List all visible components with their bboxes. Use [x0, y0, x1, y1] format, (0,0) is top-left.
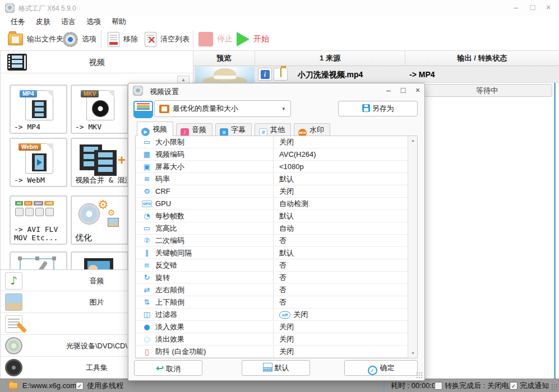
setting-value[interactable]: 关闭 [273, 136, 408, 148]
setting-row[interactable]: ●淡入效果关闭 [136, 321, 408, 333]
tile-video-merge[interactable]: + 视频合并 & 混流 [71, 138, 128, 187]
tile-to-mkv[interactable]: MKV -> MKV [71, 85, 128, 134]
setting-row[interactable]: ▦视频编码AVC(H264) [136, 148, 408, 161]
notify-label: 完成通知 [520, 379, 549, 392]
setting-value[interactable]: 自动检测 [273, 198, 408, 210]
tab-subtitle[interactable]: ≡字幕 [215, 123, 252, 136]
clear-list-icon: ✕ [145, 32, 156, 47]
minimize-icon[interactable]: – [507, 0, 524, 16]
setting-value[interactable]: 否 [273, 272, 408, 284]
setting-value[interactable]: 默认 [273, 173, 408, 185]
menu-item[interactable]: 选项 [86, 16, 101, 28]
tile-caption: 优化 [75, 234, 92, 242]
setting-value[interactable]: 关闭 [273, 346, 408, 358]
tile-to-avi-flv-mov[interactable]: AVI FLV MOV VOB -> AVI FLV MOV Etc... [10, 195, 67, 245]
setting-row[interactable]: ‖关键帧间隔默认 [136, 247, 408, 259]
shutdown-label: 转换完成后 : 关闭电脑 [445, 379, 516, 392]
tab-watermark[interactable]: NEW水印 [294, 123, 330, 136]
tile-to-mp4[interactable]: MP4 -> MP4 [10, 85, 67, 134]
setting-row[interactable]: ⚙CRF关闭 [136, 185, 408, 198]
start-button[interactable]: 开始 [237, 29, 269, 49]
setting-value[interactable]: 关闭 [273, 333, 408, 346]
setting-value[interactable]: 默认 [273, 247, 408, 259]
setting-row[interactable]: ◔每秒帧数默认 [136, 210, 408, 222]
cancel-button[interactable]: ↩取消 [134, 360, 202, 376]
resize-grip[interactable] [551, 384, 558, 390]
tile-to-webm[interactable]: Webm -> WebM [10, 138, 67, 187]
setting-label: 淡出效果 [155, 333, 184, 346]
dialog-maximize-icon[interactable]: □ [396, 85, 410, 97]
save-as-button[interactable]: 另存为 [338, 101, 418, 116]
setting-value[interactable]: 关闭 [273, 321, 408, 333]
shutdown-checkbox[interactable] [435, 382, 442, 390]
setting-value[interactable]: off关闭 [273, 309, 408, 321]
keyframe-interval-icon: ‖ [141, 247, 153, 259]
setting-label: 过滤器 [155, 309, 177, 321]
dialog-minimize-icon[interactable]: – [382, 85, 395, 97]
setting-value[interactable]: 关闭 [273, 185, 408, 198]
setting-value[interactable]: 否 [273, 235, 408, 247]
video-category-header[interactable]: 视频 [1, 51, 193, 73]
setting-row[interactable]: ⇅上下颠倒否 [136, 296, 408, 309]
resize-grip[interactable] [416, 372, 423, 379]
menu-item[interactable]: 帮助 [112, 16, 126, 28]
options-button[interactable]: 选项 [63, 29, 96, 49]
tile-partial-player[interactable] [71, 251, 128, 269]
setting-row[interactable]: ②二次编码否 [136, 235, 408, 247]
tile-partial-crop[interactable] [10, 251, 67, 269]
setting-value[interactable]: 否 [273, 284, 408, 296]
menu-item[interactable]: 皮肤 [36, 16, 50, 28]
setting-value-text: 默认 [279, 175, 294, 183]
bitrate-icon: ≋ [141, 173, 153, 185]
column-header-preview[interactable]: 预览 [193, 51, 255, 66]
setting-row[interactable]: ⇄左右颠倒否 [136, 284, 408, 296]
remove-button[interactable]: 移除 [108, 29, 138, 49]
setting-value[interactable]: 自动 [273, 222, 408, 235]
clear-list-button[interactable]: ✕ 清空列表 [145, 29, 190, 49]
setting-row[interactable]: ▭大小限制关闭 [136, 136, 408, 148]
folder-icon [8, 382, 18, 389]
notify-checkbox[interactable]: ✓ [510, 382, 518, 390]
maximize-icon[interactable]: □ [524, 0, 541, 16]
multithread-checkbox[interactable]: ✓ [76, 382, 84, 390]
tab-video[interactable]: ▶视频 [137, 122, 173, 136]
close-icon[interactable]: × [540, 0, 557, 16]
tab-audio[interactable]: ♪音频 [176, 123, 212, 136]
setting-value[interactable]: 否 [273, 296, 408, 309]
setting-row[interactable]: ▭宽高比自动 [136, 222, 408, 235]
setting-row[interactable]: GPUGPU自动检测 [136, 198, 408, 210]
setting-value[interactable]: <1080p [273, 161, 408, 173]
setting-value-text: AVC(H264) [279, 150, 316, 158]
default-button[interactable]: DEFAULT默认 [242, 360, 310, 376]
scroll-down-icon[interactable]: ▼ [409, 349, 417, 357]
setting-label: 每秒帧数 [155, 210, 184, 222]
setting-row[interactable]: ▣屏幕大小<1080p [136, 161, 408, 173]
table-row[interactable]: i 小刀洗澡视频.mp4 -> MP4 [193, 66, 559, 83]
setting-row[interactable]: ◫过滤器off关闭 [136, 309, 408, 321]
setting-value[interactable]: AVC(H264) [273, 148, 408, 161]
scrollbar[interactable]: ▲ ▼ [408, 136, 417, 358]
setting-row[interactable]: ↻旋转否 [136, 272, 408, 284]
setting-row[interactable]: ○淡出效果关闭 [136, 333, 408, 346]
menu-item[interactable]: 任务 [11, 16, 25, 28]
dialog-close-icon[interactable]: × [411, 85, 424, 97]
ok-button[interactable]: ✓确定 [344, 360, 418, 376]
menu-item[interactable]: 语言 [61, 16, 76, 28]
setting-row[interactable]: ▯防抖 (白金功能)关闭 [136, 346, 408, 358]
setting-row[interactable]: ≋码率默认 [136, 173, 408, 185]
column-header-source[interactable]: 1 来源 [255, 51, 405, 66]
setting-row[interactable]: ≡反交错否 [136, 259, 408, 272]
handle [35, 256, 39, 260]
stop-button[interactable]: 停止 [198, 29, 233, 49]
output-folder-button[interactable]: 输出文件夹 [8, 29, 63, 49]
preset-dropdown[interactable]: 最优化的质量和大小 ▾ [154, 100, 291, 117]
preset-value: 最优化的质量和大小 [173, 101, 238, 116]
output-path[interactable]: E:\www.x6g.com [22, 379, 76, 392]
setting-value[interactable]: 默认 [273, 210, 408, 222]
tile-optimize[interactable]: ⚙ ⚙ 优化 [71, 195, 128, 245]
setting-value-text: 否 [279, 273, 287, 282]
setting-value[interactable]: 否 [273, 259, 408, 272]
column-header-output[interactable]: 输出 / 转换状态 [405, 51, 559, 66]
tab-other[interactable]: ⇵其他 [255, 123, 291, 136]
scroll-up-icon[interactable]: ▲ [409, 137, 417, 144]
